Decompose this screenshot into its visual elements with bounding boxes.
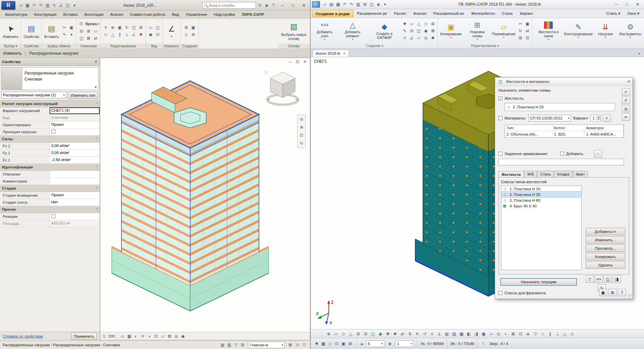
crop-visible-icon[interactable]: ▱ bbox=[159, 333, 166, 340]
tool-icon[interactable]: ✚ bbox=[313, 340, 320, 347]
dialog-button[interactable]: Просмотр... bbox=[586, 245, 625, 252]
match-type-icon[interactable]: ✎ bbox=[61, 31, 68, 38]
table-cell[interactable]: 1. В20. bbox=[552, 131, 585, 137]
tool-icon[interactable]: ⇅ bbox=[407, 331, 413, 337]
tool-icon[interactable]: △ bbox=[561, 331, 568, 337]
stiffness-list-item[interactable]: ▦4. Брус 40 X 40 bbox=[501, 203, 581, 209]
property-section-header[interactable]: Расчет несущих конструкций^ bbox=[0, 100, 100, 107]
thin-lines-icon[interactable]: ▭ bbox=[147, 24, 154, 31]
group-label[interactable]: Выбор ▾ bbox=[0, 44, 21, 49]
worksets-icon[interactable]: ▤ bbox=[219, 342, 226, 348]
stiffness-checkbox[interactable]: ✓ bbox=[498, 96, 502, 100]
close-icon[interactable]: ✕ bbox=[94, 59, 98, 64]
group-label[interactable]: Редактирование ▾ bbox=[438, 44, 532, 48]
table-cell[interactable]: 1. А400.А400.А... bbox=[584, 131, 624, 137]
view-window-icon[interactable]: ⊡ bbox=[154, 31, 161, 38]
stiffness-list-item[interactable]: ◇1. Пластина Н 20 bbox=[501, 186, 581, 192]
properties-help-link[interactable]: Справка по свойствам bbox=[3, 334, 43, 338]
ribbon-tab[interactable]: ЛИРА-САПР bbox=[239, 11, 267, 17]
minimize-button[interactable]: ─ bbox=[611, 1, 621, 8]
ribbon-tab[interactable]: Кирпич bbox=[517, 10, 536, 17]
tool-icon[interactable]: ▣ bbox=[480, 331, 487, 337]
element-filter-combo[interactable]: Распределенные нагрузки (1)▾ bbox=[1, 92, 66, 98]
tool-icon[interactable]: ⊞ bbox=[355, 331, 362, 337]
revit-3d-viewport[interactable]: ⌂ ◎ ⊕ ⊡ ↻ ─ ⊡ ✕ 1 : 200 ▭▦◐☀◑⊡▱⊠◎◉ bbox=[100, 58, 310, 340]
shadows-icon[interactable]: ◑ bbox=[146, 333, 153, 340]
redo-icon[interactable]: ↷ bbox=[348, 1, 355, 8]
demolish-icon[interactable]: ⊠ bbox=[85, 35, 92, 42]
ribbon-tab[interactable]: Совместная работа bbox=[127, 11, 168, 17]
expand-icon[interactable]: >> bbox=[595, 276, 603, 283]
dialog-tab[interactable]: Сталь bbox=[537, 171, 554, 177]
close-button[interactable]: ✕ bbox=[299, 2, 309, 9]
tool-icon[interactable]: ▽ bbox=[532, 331, 539, 337]
join-geometry-icon[interactable]: ⊞ bbox=[85, 28, 92, 35]
document-tab[interactable]: Анонс 2018.lir✕ bbox=[313, 50, 349, 57]
apply-button[interactable]: Применить bbox=[71, 333, 97, 340]
add-node-button[interactable]: X,Y,Z Добавить узел▾ bbox=[313, 20, 336, 42]
property-value[interactable]: Проект bbox=[50, 192, 100, 199]
add-checkbox[interactable] bbox=[560, 152, 564, 156]
tool-icon[interactable]: ◎ bbox=[495, 331, 502, 337]
lira-canvas[interactable]: СНЕГ1 bbox=[311, 57, 644, 329]
close-button[interactable]: ✕ bbox=[633, 1, 643, 8]
reinforcement-field[interactable] bbox=[498, 159, 624, 165]
resize-grip[interactable] bbox=[628, 294, 632, 298]
create-similar-icon[interactable]: ◇ bbox=[183, 31, 190, 38]
measure-button[interactable]: ∠▾ bbox=[165, 23, 178, 39]
ribbon-tab[interactable]: Создание и редак bbox=[312, 10, 353, 17]
cancel-icon[interactable]: ✗ bbox=[622, 97, 630, 104]
undo-icon[interactable]: ↶ bbox=[31, 2, 38, 9]
tool-icon[interactable]: ◈ bbox=[525, 331, 531, 337]
trim-icon[interactable]: △ bbox=[109, 31, 116, 38]
layer-combo[interactable]: 1.▾ bbox=[395, 340, 414, 347]
chevron-down-icon[interactable]: ▼ bbox=[94, 86, 97, 89]
tool-icon[interactable]: ⊞ bbox=[517, 35, 524, 41]
dialog-button[interactable]: Удалить bbox=[586, 261, 625, 269]
beam-icon[interactable]: ▭ bbox=[92, 28, 99, 35]
apply-icon[interactable]: ✔ bbox=[622, 88, 630, 96]
revit-app-button[interactable]: R bbox=[1, 1, 15, 10]
mirror-icon[interactable]: ◫ bbox=[130, 24, 137, 31]
tool-icon[interactable]: ▣ bbox=[524, 20, 531, 27]
tool-icon[interactable]: ∠ bbox=[408, 35, 415, 41]
tool-icon[interactable]: ▭ bbox=[408, 20, 415, 27]
tool-icon[interactable]: ◉ bbox=[422, 28, 429, 34]
hidden-elements-icon[interactable]: ◫ bbox=[154, 24, 161, 31]
tool-icon[interactable]: ◎ bbox=[422, 35, 429, 41]
tool-icon[interactable]: ▦ bbox=[320, 340, 327, 347]
chevron-down-icon[interactable]: ▾ bbox=[636, 52, 642, 57]
print-icon[interactable]: ▥ bbox=[355, 1, 362, 8]
property-section-header[interactable]: Прочее^ bbox=[0, 206, 100, 213]
dialog-button[interactable]: Изменить... bbox=[586, 236, 625, 244]
table-view-icon[interactable]: ◫ bbox=[604, 276, 612, 283]
navigation-bar[interactable]: ◎ ⊕ ⊡ ↻ bbox=[297, 114, 306, 148]
reveal-hidden-icon[interactable]: ◉ bbox=[179, 333, 186, 340]
tool-icon[interactable]: ▣ bbox=[340, 340, 347, 347]
ribbon-tab[interactable]: Управление bbox=[182, 11, 210, 17]
ribbon-tab[interactable]: Анализ bbox=[410, 10, 430, 17]
tool-icon[interactable]: ✎ bbox=[401, 28, 408, 34]
group-icon[interactable]: ▣ bbox=[190, 24, 197, 31]
stiffness-type-list[interactable]: ◇1. Пластина Н 20◇2. Пластина Н 25◇3. Пл… bbox=[501, 186, 582, 270]
cut-icon[interactable]: ✂ bbox=[61, 24, 68, 31]
more-icon[interactable]: ▾ bbox=[382, 1, 388, 8]
block-combo[interactable]: 4.▾ bbox=[366, 340, 384, 347]
edit-type-button[interactable]: Изменить тип bbox=[68, 92, 98, 99]
ribbon-tab[interactable]: Железобетон bbox=[468, 10, 498, 17]
scale-icon[interactable]: ◇ bbox=[102, 31, 109, 38]
isolate-icon[interactable]: ◎ bbox=[173, 333, 179, 340]
pack-scheme-button[interactable]: ⊞ Упаковка схемы▾ bbox=[464, 20, 490, 42]
property-value[interactable] bbox=[50, 171, 100, 178]
tool-icon[interactable]: ∥ bbox=[547, 331, 553, 337]
open-icon[interactable]: ▱ bbox=[17, 2, 24, 9]
collapse-icon[interactable]: ^ bbox=[96, 165, 98, 169]
stiffness-materials-dialog[interactable]: ◫ Жесткости и материалы ✕ Назначить элем… bbox=[495, 77, 633, 299]
select-toggle-icon[interactable]: ⊞ bbox=[239, 342, 246, 348]
split-icon[interactable]: ∥ bbox=[116, 31, 123, 38]
orbit-icon[interactable]: ↻ bbox=[298, 140, 305, 147]
tool-icon[interactable]: ≡ bbox=[401, 35, 408, 41]
minimize-button[interactable]: ─ bbox=[277, 2, 287, 9]
sync-icon[interactable]: ↻ bbox=[257, 2, 263, 9]
properties-button[interactable]: ▤ Свойства bbox=[22, 23, 40, 39]
